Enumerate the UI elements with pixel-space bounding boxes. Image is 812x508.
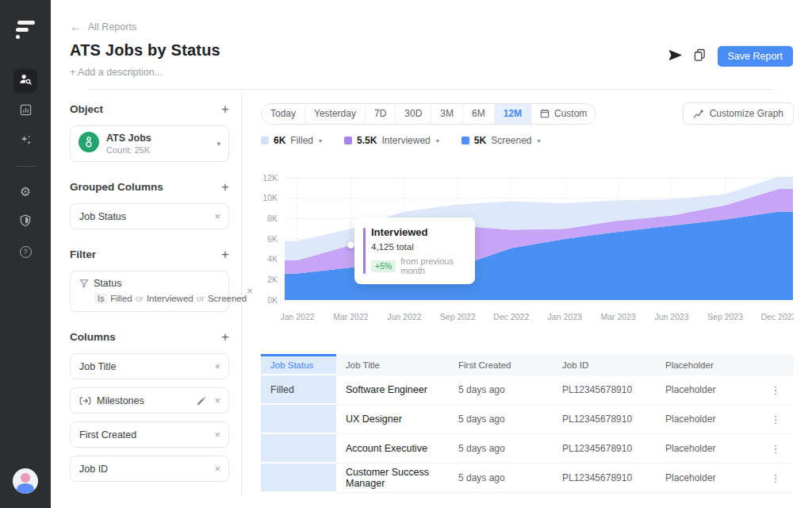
copy-button[interactable] [694,48,706,64]
tooltip-total: 4,125 total [371,242,465,252]
legend-value: 6K [274,135,285,146]
cell-job-status: Filled [261,375,336,405]
sidebar-item-dashboards[interactable] [13,99,37,123]
object-count: Count: 25K [106,145,151,155]
cell-placeholder: Placeholder [656,464,757,493]
close-icon[interactable]: × [214,360,220,372]
svg-text:6K: 6K [267,234,278,244]
row-menu-button[interactable]: ⋮ [757,375,794,405]
cell-first-created: 5 days ago [449,464,553,493]
tab-range-3m[interactable]: 3M [431,104,462,124]
sidebar-item-help[interactable]: ? [13,240,37,264]
svg-text:Mar 2022: Mar 2022 [333,312,369,321]
row-menu-button[interactable]: ⋮ [757,434,794,464]
legend-item-interviewed[interactable]: 5.5KInterviewed▾ [344,135,439,146]
cell-job-id: PL12345678910 [553,464,656,493]
bar-chart-icon [19,103,33,120]
tab-range-today[interactable]: Today [262,104,304,124]
legend-value: 5K [474,135,486,146]
table-row: Customer Success Manager5 days agoPL1234… [261,464,794,493]
column-header: Job ID [553,354,656,375]
legend-swatch [261,137,269,144]
app-logo [16,21,35,39]
column-chip-milestones[interactable]: Milestones × [70,387,229,414]
cell-job-status [261,464,336,493]
cell-job-status [261,434,336,464]
close-icon[interactable]: × [214,463,220,475]
column-chip-first-created[interactable]: First Created × [70,421,229,448]
tab-range-6m[interactable]: 6M [462,104,494,124]
milestone-field-icon [79,396,91,406]
row-menu-button[interactable]: ⋮ [757,464,794,493]
user-avatar[interactable] [13,468,38,494]
filter-section-title: Filter [70,248,96,260]
chart-tooltip: Interviewed 4,125 total +5% from previou… [354,217,475,284]
add-grouped-column-button[interactable]: + [221,180,229,194]
sparkles-icon [19,133,33,150]
back-arrow-icon: ← [70,21,82,33]
grouped-column-chip[interactable]: Job Status × [70,203,229,229]
cell-first-created: 5 days ago [449,434,553,464]
cell-first-created: 5 days ago [449,375,553,405]
column-chip-job-id[interactable]: Job ID × [70,456,229,482]
chart-toolbar: TodayYesterday7D30D3M6M12M Custom [261,102,794,125]
tab-range-yesterday[interactable]: Yesterday [304,104,365,124]
column-label: Milestones [97,395,144,406]
legend-label: Interviewed [381,135,430,146]
edit-pencil-icon[interactable] [197,396,206,406]
tooltip-delta-badge: +5% [371,260,396,272]
column-header: First Created [449,354,553,375]
filter-value: Screened [208,294,247,303]
tab-range-custom[interactable]: Custom [530,104,596,124]
sidebar-item-security[interactable] [13,210,37,233]
chevron-down-icon: ▾ [436,137,439,144]
tab-range-30d[interactable]: 30D [395,104,431,124]
close-icon[interactable]: × [214,394,220,406]
back-label: All Reports [88,21,136,33]
add-object-button[interactable]: + [221,102,229,116]
add-column-button[interactable]: + [221,330,229,344]
calendar-icon [540,109,550,118]
cell-job-title: Customer Success Manager [336,464,449,493]
tab-range-7d[interactable]: 7D [365,104,395,124]
columns-section-title: Columns [70,331,116,343]
object-section-title: Object [70,103,103,115]
filter-chip[interactable]: Status Is Filled or Interviewed or Scree… [70,271,229,312]
legend-item-filled[interactable]: 6KFilled▾ [261,135,322,146]
tab-range-12m[interactable]: 12M [494,104,530,124]
add-filter-button[interactable]: + [221,248,229,261]
column-header-job-status: Job Status [261,354,336,375]
svg-text:Mar 2023: Mar 2023 [600,312,636,321]
close-icon[interactable]: × [214,210,220,222]
chevron-down-icon: ▾ [319,137,322,144]
customize-graph-button[interactable]: Customize Graph [683,102,794,125]
sidebar-item-settings[interactable]: ⚙ [13,179,37,203]
svg-text:4K: 4K [267,254,278,264]
back-link[interactable]: ← All Reports [70,21,136,33]
object-name: ATS Jobs [106,133,151,144]
description-placeholder[interactable]: + Add a description... [70,67,793,78]
svg-text:Sep 2023: Sep 2023 [707,312,743,321]
svg-text:8K: 8K [267,214,278,223]
svg-text:0K: 0K [267,295,278,305]
svg-text:10K: 10K [262,193,278,202]
sidebar-item-reports[interactable] [13,69,37,93]
column-header: Placeholder [656,354,757,375]
people-search-icon [18,72,33,90]
row-menu-button[interactable]: ⋮ [757,405,794,434]
table-row: UX Designer5 days agoPL12345678910Placeh… [261,405,794,434]
cell-first-created: 5 days ago [449,405,553,434]
cell-job-title: Account Executive [336,434,449,464]
object-card[interactable]: ATS Jobs Count: 25K ▾ [70,125,229,162]
legend-item-screened[interactable]: 5KScreened▾ [462,135,541,146]
share-button[interactable] [668,49,682,64]
save-report-button[interactable]: Save Report [718,46,793,67]
svg-text:Dec 2022: Dec 2022 [493,312,529,321]
filter-field: Status [94,278,121,289]
column-chip-job-title[interactable]: Job Title × [70,353,229,379]
table-body: FilledSoftware Engineer5 days agoPL12345… [261,375,794,493]
customize-graph-icon [693,109,704,119]
close-icon[interactable]: × [214,429,220,441]
funnel-icon [79,279,89,288]
sidebar-item-ai[interactable] [13,129,37,153]
